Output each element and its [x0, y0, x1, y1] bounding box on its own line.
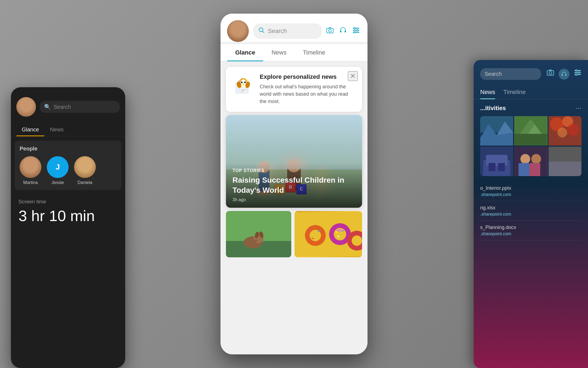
news-mascot-icon [232, 73, 254, 95]
svg-rect-63 [562, 74, 563, 76]
story-thumbnail-2[interactable] [295, 211, 362, 257]
headphones-icon[interactable] [339, 26, 347, 36]
story-overlay: TOP STORIES Raising Successful Children … [226, 163, 362, 208]
svg-point-83 [557, 128, 567, 137]
avatar-center [227, 20, 249, 42]
svg-point-90 [520, 154, 530, 164]
svg-rect-87 [489, 163, 495, 171]
left-header: 🔍 Search [11, 93, 125, 121]
svg-rect-88 [498, 163, 505, 171]
search-placeholder-left: Search [54, 104, 71, 110]
person-name-daniela: Daniela [78, 180, 92, 185]
phone-left: 🔍 Search Glance News People [11, 87, 125, 368]
list-item[interactable]: Daniela [74, 156, 96, 185]
list-item[interactable]: o_Interior.pptx .sharepoint.com [480, 182, 581, 201]
file-name-3: s_Planning.docx [480, 225, 581, 230]
story-headline: Raising Successful Children in Today's W… [232, 175, 356, 195]
photo-cell-6[interactable] [549, 147, 581, 176]
activities-more-button[interactable]: ⋯ [575, 105, 581, 112]
tab-glance-center[interactable]: Glance [227, 44, 263, 61]
tab-news-center[interactable]: News [263, 44, 295, 61]
avatar-daniela [74, 156, 96, 178]
right-header: Search [474, 60, 588, 85]
files-list: o_Interior.pptx .sharepoint.com ng.xlsx … [480, 182, 581, 240]
svg-rect-23 [240, 88, 247, 92]
phone-center: Search [220, 14, 367, 354]
story-time: 3h ago [232, 197, 356, 202]
tab-timeline-center[interactable]: Timeline [295, 44, 333, 61]
right-header-icons [547, 69, 581, 80]
svg-rect-96 [549, 162, 581, 176]
news-popup-description: Check out what's happening around the wo… [260, 83, 356, 105]
tab-news-right[interactable]: News [480, 85, 495, 99]
svg-rect-76 [514, 134, 547, 146]
camera-icon-right[interactable] [547, 69, 554, 80]
svg-point-11 [354, 31, 356, 33]
svg-point-9 [354, 27, 356, 29]
search-bar-left[interactable]: 🔍 Search [40, 101, 120, 113]
svg-point-10 [357, 29, 358, 31]
search-icon: 🔍 [44, 104, 51, 110]
settings-icon-right[interactable] [574, 69, 581, 80]
scene: 🔍 Search Glance News People [0, 0, 588, 368]
svg-point-19 [244, 82, 246, 83]
list-item[interactable]: s_Planning.docx .sharepoint.com [480, 221, 581, 240]
photo-cell-2[interactable] [514, 116, 547, 146]
svg-rect-40 [226, 115, 362, 170]
people-row: Martina J Jessie Daniela [20, 156, 117, 185]
svg-point-18 [241, 82, 243, 83]
file-name-2: ng.xlsx [480, 205, 581, 211]
svg-rect-64 [565, 74, 566, 76]
svg-point-70 [575, 74, 577, 75]
center-header: Search [220, 14, 367, 42]
person-name-martina: Martina [23, 180, 38, 185]
activities-section: ...itivities ⋯ [474, 99, 588, 246]
svg-rect-4 [340, 31, 341, 32]
headphones-icon-right[interactable] [559, 69, 569, 80]
person-name-jessie: Jessie [51, 180, 64, 185]
people-title: People [20, 146, 117, 152]
news-popup-close-button[interactable]: ✕ [348, 71, 358, 81]
svg-point-62 [549, 71, 552, 74]
tab-timeline-right[interactable]: Timeline [503, 85, 526, 99]
svg-point-82 [567, 124, 579, 136]
top-story-card[interactable]: A B C TOP STORIES Raising Successful Chi… [226, 115, 362, 208]
photo-cell-5[interactable] [514, 147, 547, 176]
file-source-3: .sharepoint.com [480, 231, 581, 236]
search-placeholder-center: Search [268, 28, 316, 35]
settings-icon[interactable] [352, 26, 360, 36]
avatar-jessie: J [47, 156, 69, 178]
search-bar-center[interactable]: Search [253, 23, 322, 39]
photo-cell-1[interactable] [480, 116, 513, 146]
search-placeholder-right: Search [485, 71, 502, 77]
svg-rect-93 [529, 163, 540, 176]
svg-point-68 [575, 70, 577, 71]
svg-rect-92 [519, 163, 529, 176]
svg-point-3 [329, 29, 331, 32]
svg-point-60 [352, 236, 362, 246]
story-tag: TOP STORIES [232, 168, 356, 173]
news-popup-title: Explore personalized news [260, 73, 356, 80]
camera-icon[interactable] [326, 26, 334, 36]
tab-news-left[interactable]: News [44, 123, 69, 136]
search-bar-right[interactable]: Search [480, 68, 541, 80]
tab-glance-left[interactable]: Glance [16, 123, 44, 136]
photo-cell-3[interactable] [549, 116, 581, 146]
photo-cell-4[interactable] [480, 147, 513, 176]
svg-rect-5 [345, 31, 346, 32]
search-icon-center [259, 27, 265, 35]
news-popup-content: Explore personalized news Check out what… [260, 73, 356, 105]
file-name-1: o_Interior.pptx [480, 185, 581, 191]
left-tabs: Glance News [11, 123, 125, 136]
list-item[interactable]: J Jessie [47, 156, 69, 185]
svg-line-1 [263, 31, 264, 33]
list-item[interactable]: ng.xlsx .sharepoint.com [480, 201, 581, 221]
screen-time-value: 3 hr 10 min [19, 207, 118, 225]
photo-grid [480, 116, 581, 176]
story-thumbnail-1[interactable] [226, 211, 291, 257]
avatar-martina [20, 156, 41, 178]
list-item[interactable]: Martina [20, 156, 41, 185]
panel-right: Search [474, 60, 588, 368]
activities-title: ...itivities [480, 105, 506, 112]
avatar [16, 97, 36, 117]
